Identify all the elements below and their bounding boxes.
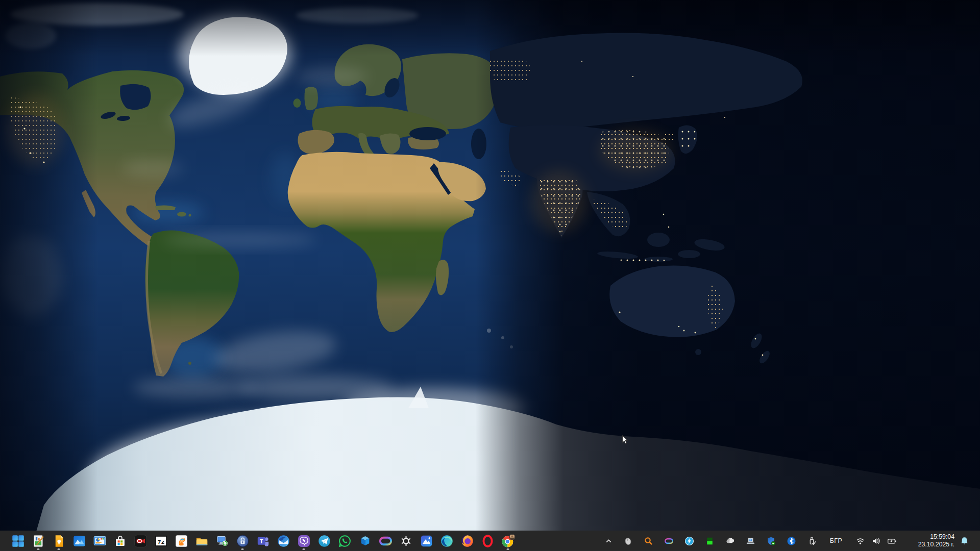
taskbar-app-system-viewer[interactable] bbox=[89, 531, 110, 551]
wifi-button[interactable] bbox=[853, 531, 867, 551]
chevron-up-icon bbox=[604, 536, 614, 546]
taskbar-app-chrome[interactable] bbox=[498, 531, 518, 551]
thunderbird-icon bbox=[277, 534, 290, 548]
speaker-icon bbox=[871, 536, 881, 546]
taskbar-app-box[interactable] bbox=[355, 531, 375, 551]
svg-text:7z: 7z bbox=[157, 538, 164, 545]
desktop[interactable] bbox=[0, 0, 980, 551]
opera-icon bbox=[481, 534, 495, 548]
tray-battery-monitor[interactable] bbox=[699, 531, 720, 551]
volume-button[interactable] bbox=[869, 531, 883, 551]
screen-recorder-icon bbox=[134, 534, 148, 548]
windows-logo-icon bbox=[11, 534, 25, 548]
7zip-icon: 7z bbox=[154, 534, 168, 548]
microsoft-store-icon bbox=[113, 534, 127, 548]
taskbar-app-chatgpt[interactable] bbox=[396, 531, 416, 551]
tray-display-utility[interactable] bbox=[740, 531, 761, 551]
taskbar-app-teams[interactable]: T bbox=[253, 531, 273, 551]
taskbar-app-gallery[interactable] bbox=[416, 531, 436, 551]
battery-charging-icon bbox=[887, 536, 897, 546]
tray-usb-remove[interactable] bbox=[801, 531, 822, 551]
taskbar-app-thunderbird[interactable] bbox=[273, 531, 293, 551]
taskbar-clock[interactable]: 15:59:04 23.10.2025 г. bbox=[901, 533, 954, 548]
clock-date: 23.10.2025 г. bbox=[901, 541, 954, 548]
tray-bluetooth[interactable] bbox=[781, 531, 801, 551]
chatgpt-icon bbox=[399, 534, 413, 548]
teams-icon: T bbox=[256, 534, 270, 548]
copilot-tray-icon bbox=[664, 536, 674, 546]
pc-utility-icon bbox=[215, 534, 229, 548]
whatsapp-icon bbox=[338, 534, 352, 548]
bluetooth-icon bbox=[787, 536, 796, 546]
taskbar-app-edge[interactable] bbox=[436, 531, 457, 551]
chrome-icon bbox=[501, 534, 515, 548]
keepass-icon bbox=[236, 534, 250, 548]
taskbar-apps: 7z bbox=[0, 531, 518, 551]
search-magnifier-icon bbox=[644, 536, 653, 546]
quick-settings[interactable] bbox=[850, 531, 901, 551]
security-shield-icon bbox=[766, 536, 776, 546]
taskbar-app-7zip[interactable]: 7z bbox=[151, 531, 171, 551]
tray-hidden-icons bbox=[618, 531, 822, 551]
chrome-profile-badge bbox=[509, 534, 514, 539]
viber-icon bbox=[297, 534, 311, 548]
box-app-icon bbox=[358, 534, 372, 548]
svg-text:T: T bbox=[260, 538, 263, 544]
taskbar-app-firefox[interactable] bbox=[457, 531, 477, 551]
usb-eject-icon bbox=[807, 536, 817, 546]
notification-bell-button[interactable] bbox=[954, 531, 974, 551]
taskbar-app-text-editor[interactable] bbox=[28, 531, 48, 551]
bird-utility-icon bbox=[175, 534, 188, 548]
cloud-icon bbox=[725, 536, 735, 546]
tray-windows-security[interactable] bbox=[761, 531, 781, 551]
taskbar-app-photos[interactable] bbox=[69, 531, 89, 551]
notification-bell-icon bbox=[960, 536, 969, 546]
taskbar-app-viber[interactable] bbox=[293, 531, 314, 551]
system-tray: БГР bbox=[599, 531, 980, 551]
taskbar-app-notes[interactable] bbox=[48, 531, 69, 551]
clock-time: 15:59:04 bbox=[901, 533, 954, 541]
taskbar-app-whatsapp[interactable] bbox=[334, 531, 355, 551]
text-editor-icon bbox=[32, 534, 45, 548]
green-indicator-icon bbox=[705, 536, 715, 546]
tray-onedrive[interactable] bbox=[720, 531, 740, 551]
taskbar-app-screen-recorder[interactable] bbox=[130, 531, 151, 551]
tray-mouse-utility[interactable] bbox=[618, 531, 638, 551]
notes-icon bbox=[52, 534, 66, 548]
battery-button[interactable] bbox=[885, 531, 898, 551]
tray-daemon-tools[interactable] bbox=[679, 531, 699, 551]
tray-everything-search[interactable] bbox=[638, 531, 658, 551]
tray-copilot[interactable] bbox=[658, 531, 679, 551]
lightning-bolt-tray-icon bbox=[684, 536, 694, 546]
gallery-icon bbox=[420, 534, 433, 548]
screen: 7z bbox=[0, 0, 980, 551]
taskbar-app-bird-utility[interactable] bbox=[171, 531, 191, 551]
wallpaper-earth-day-night bbox=[0, 0, 980, 551]
taskbar-app-pc-utility[interactable] bbox=[212, 531, 232, 551]
start-button[interactable] bbox=[8, 531, 28, 551]
laptop-orb-icon bbox=[746, 536, 755, 546]
taskbar-app-ms-store[interactable] bbox=[110, 531, 130, 551]
taskbar-app-copilot[interactable] bbox=[375, 531, 396, 551]
copilot-icon bbox=[379, 534, 393, 548]
mouse-icon bbox=[623, 536, 633, 546]
firefox-icon bbox=[460, 534, 474, 548]
show-hidden-icons-button[interactable] bbox=[599, 531, 618, 551]
taskbar-app-telegram[interactable] bbox=[314, 531, 334, 551]
telegram-icon bbox=[317, 534, 331, 548]
file-explorer-icon bbox=[195, 534, 209, 548]
taskbar-app-file-explorer[interactable] bbox=[191, 531, 212, 551]
language-indicator[interactable]: БГР bbox=[822, 531, 850, 551]
edge-icon bbox=[440, 534, 454, 548]
system-viewer-icon bbox=[93, 534, 107, 548]
taskbar-app-opera[interactable] bbox=[477, 531, 498, 551]
taskbar-app-keepass[interactable] bbox=[232, 531, 253, 551]
taskbar: 7z bbox=[0, 531, 980, 551]
photos-icon bbox=[72, 534, 86, 548]
wifi-icon bbox=[855, 536, 865, 546]
